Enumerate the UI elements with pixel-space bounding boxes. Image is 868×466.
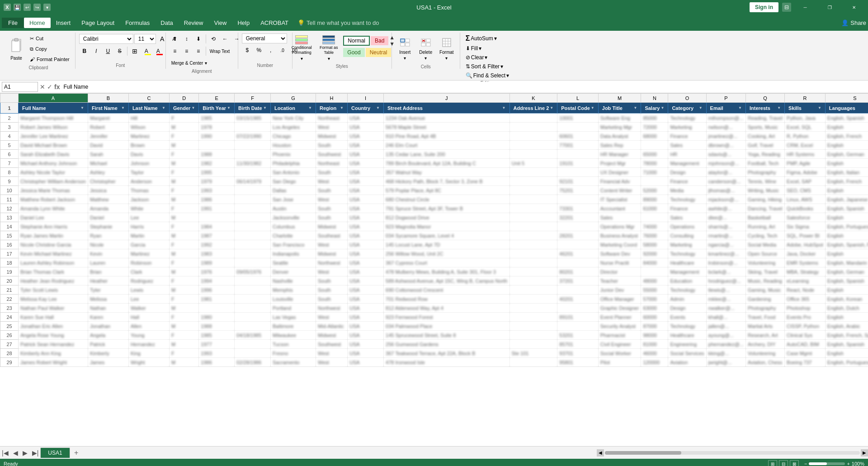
cell-D8[interactable]: F xyxy=(169,168,198,177)
cell-F23[interactable] xyxy=(235,304,271,313)
cell-R2[interactable]: Python, Java xyxy=(785,114,826,123)
increase-decimal-button[interactable]: .0 xyxy=(277,45,288,56)
cell-K12[interactable] xyxy=(509,204,557,213)
cell-D25[interactable]: M xyxy=(169,322,198,331)
cell-G18[interactable]: Seattle xyxy=(271,258,316,267)
cell-J13[interactable]: 812 Dogwood Drive xyxy=(384,213,509,222)
cell-E16[interactable]: 1992 xyxy=(199,240,235,249)
sign-in-button[interactable]: Sign in xyxy=(750,2,778,12)
cell-R12[interactable]: QuickBooks xyxy=(785,204,826,213)
filter-dropdown-icon[interactable]: ▼ xyxy=(80,106,84,110)
cell-R5[interactable]: CRM, Excel xyxy=(785,141,826,150)
page-layout-view-button[interactable]: ⊟ xyxy=(779,460,788,466)
cell-D10[interactable]: F xyxy=(169,186,198,195)
cell-K2[interactable] xyxy=(509,114,557,123)
cell-S21[interactable]: English xyxy=(825,285,868,295)
cell-K17[interactable] xyxy=(509,249,557,258)
cell-G7[interactable]: Philadelphia xyxy=(271,159,316,168)
insert-cells-button[interactable]: Insert ▾ xyxy=(396,33,415,63)
cell-S10[interactable]: English xyxy=(825,186,868,195)
align-top-button[interactable]: ⬆ xyxy=(170,33,180,44)
cell-P23[interactable]: nwalker@... xyxy=(706,304,745,313)
cell-D4[interactable]: F xyxy=(169,132,198,141)
cell-R6[interactable]: HR Systems xyxy=(785,150,826,159)
cell-N18[interactable]: 84000 xyxy=(641,258,668,267)
cell-D3[interactable]: M xyxy=(169,123,198,132)
cell-G22[interactable]: Louisville xyxy=(271,295,316,304)
header-A[interactable]: Full Name▼ xyxy=(19,103,88,114)
underline-button[interactable]: U xyxy=(103,46,113,57)
cell-J2[interactable]: 1234 Oak Avenue xyxy=(384,114,509,123)
cell-P13[interactable]: dlee@... xyxy=(706,213,745,222)
header-O[interactable]: Category▼ xyxy=(668,103,706,114)
cell-O23[interactable]: Design xyxy=(668,304,706,313)
cell-G5[interactable]: Houston xyxy=(271,141,316,150)
cell-B9[interactable]: Christopher xyxy=(88,177,128,186)
cell-N22[interactable]: 57000 xyxy=(641,295,668,304)
cell-G9[interactable]: San Diego xyxy=(271,177,316,186)
filter-dropdown-icon[interactable]: ▼ xyxy=(191,106,195,110)
cell-E14[interactable]: 1984 xyxy=(199,222,235,231)
cell-P19[interactable]: bclark@... xyxy=(706,267,745,276)
cell-F7[interactable]: 11/30/1982 xyxy=(235,159,271,168)
cell-J6[interactable]: 135 Cedar Lane, Suite 200 xyxy=(384,150,509,159)
cell-E13[interactable] xyxy=(199,213,235,222)
cell-Q5[interactable]: Golf, Travel xyxy=(746,141,785,150)
cell-D26[interactable]: F xyxy=(169,331,198,340)
cell-C14[interactable]: Harris xyxy=(128,222,169,231)
cell-G15[interactable]: Charlotte xyxy=(271,231,316,240)
cell-A7[interactable]: Michael Anthony Johnson xyxy=(19,159,88,168)
cell-R25[interactable]: CISSP, Python xyxy=(785,322,826,331)
cell-P22[interactable]: mklee@... xyxy=(706,295,745,304)
cell-S25[interactable]: English, Arabic xyxy=(825,322,868,331)
cell-I17[interactable]: USA xyxy=(348,249,384,258)
cell-L15[interactable]: 28201 xyxy=(557,231,599,240)
font-color-button[interactable]: A xyxy=(153,46,164,57)
style-neutral-button[interactable]: Neutral xyxy=(366,48,392,57)
cell-P4[interactable]: jmartinez@... xyxy=(706,132,745,141)
cell-H3[interactable]: West xyxy=(316,123,348,132)
cell-L2[interactable]: 10001 xyxy=(557,114,599,123)
col-header-D[interactable]: D xyxy=(169,94,198,103)
cell-J18[interactable]: 367 Cypress Court xyxy=(384,258,509,267)
cell-F2[interactable]: 03/15/1985 xyxy=(235,114,271,123)
cell-E27[interactable]: 1977 xyxy=(199,340,235,349)
cell-C16[interactable]: Garcia xyxy=(128,240,169,249)
cell-S28[interactable]: English xyxy=(825,349,868,358)
cell-P29[interactable]: jwright@... xyxy=(706,358,745,367)
cell-P11[interactable]: mjackson@... xyxy=(706,195,745,204)
cell-K16[interactable] xyxy=(509,240,557,249)
cell-L27[interactable]: 85701 xyxy=(557,340,599,349)
cell-F24[interactable] xyxy=(235,313,271,322)
cell-L16[interactable] xyxy=(557,240,599,249)
cell-L6[interactable] xyxy=(557,150,599,159)
cell-O21[interactable]: Technology xyxy=(668,285,706,295)
cell-R21[interactable]: React, Node xyxy=(785,285,826,295)
cell-R19[interactable]: MBA, Strategy xyxy=(785,267,826,276)
cell-D15[interactable]: M xyxy=(169,231,198,240)
cell-N29[interactable]: 120000 xyxy=(641,358,668,367)
cell-B12[interactable]: Amanda xyxy=(88,204,128,213)
cell-L19[interactable]: 80201 xyxy=(557,267,599,276)
cell-L3[interactable] xyxy=(557,123,599,132)
cell-M5[interactable]: Sales Rep xyxy=(598,141,641,150)
header-I[interactable]: Country▼ xyxy=(348,103,384,114)
cell-L21[interactable] xyxy=(557,285,599,295)
style-bad-button[interactable]: Bad xyxy=(371,36,388,45)
header-L[interactable]: Postal Code▼ xyxy=(557,103,599,114)
cell-S5[interactable]: English xyxy=(825,141,868,150)
cell-K4[interactable] xyxy=(509,132,557,141)
cell-E17[interactable]: 1983 xyxy=(199,249,235,258)
cell-H28[interactable]: West xyxy=(316,349,348,358)
cell-I24[interactable]: USA xyxy=(348,313,384,322)
cell-E26[interactable]: 1985 xyxy=(199,331,235,340)
cell-H9[interactable]: West xyxy=(316,177,348,186)
cell-M28[interactable]: Social Worker xyxy=(598,349,641,358)
cell-O26[interactable]: Healthcare xyxy=(668,331,706,340)
filter-dropdown-icon[interactable]: ▼ xyxy=(121,106,125,110)
cell-B29[interactable]: James xyxy=(88,358,128,367)
cell-P14[interactable]: sharris@... xyxy=(706,222,745,231)
cell-O9[interactable]: Finance xyxy=(668,177,706,186)
cell-L5[interactable]: 77001 xyxy=(557,141,599,150)
col-header-P[interactable]: P xyxy=(706,94,745,103)
